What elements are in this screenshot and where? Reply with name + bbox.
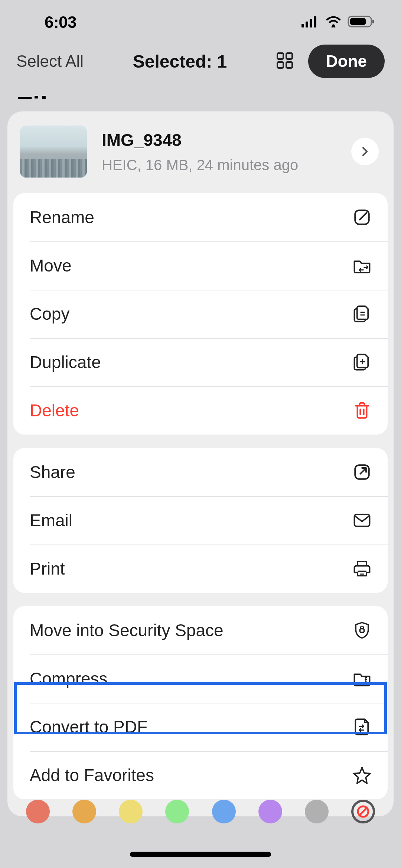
compress-row[interactable]: Compress	[13, 654, 388, 703]
wifi-icon	[325, 16, 342, 29]
share-row[interactable]: Share	[13, 448, 388, 496]
copy-doc-icon	[353, 305, 371, 323]
svg-line-17	[359, 808, 367, 815]
battery-icon	[348, 15, 375, 29]
tag-yellow[interactable]	[119, 800, 143, 823]
row-label: Move	[30, 256, 71, 276]
row-label: Convert to PDF	[30, 717, 147, 737]
svg-rect-10	[277, 62, 283, 68]
row-label: Rename	[30, 207, 94, 227]
status-bar: 6:03	[0, 0, 401, 37]
svg-rect-6	[350, 18, 366, 25]
trash-icon	[353, 401, 371, 420]
star-outline-icon	[353, 766, 371, 784]
svg-rect-8	[277, 53, 283, 59]
svg-point-4	[332, 25, 335, 27]
file-meta: HEIC, 16 MB, 24 minutes ago	[102, 157, 336, 173]
done-button[interactable]: Done	[308, 45, 385, 78]
row-label: Share	[30, 462, 75, 482]
email-row[interactable]: Email	[13, 496, 388, 544]
rename-icon	[353, 208, 371, 227]
row-label: Move into Security Space	[30, 620, 224, 640]
move-folder-icon	[353, 256, 371, 275]
home-indicator[interactable]	[130, 852, 271, 857]
tag-purple[interactable]	[258, 800, 282, 823]
row-label: Copy	[30, 304, 69, 324]
row-label: Email	[30, 510, 72, 530]
share-out-icon	[353, 463, 371, 481]
grid-toggle-icon[interactable]	[276, 52, 293, 71]
row-label: Delete	[30, 400, 79, 420]
security-space-row[interactable]: Move into Security Space	[13, 606, 388, 654]
move-row[interactable]: Move	[13, 241, 388, 290]
action-group-share: Share Email Print	[13, 448, 388, 593]
tag-green[interactable]	[165, 800, 189, 823]
svg-rect-14	[354, 514, 369, 526]
archive-icon	[353, 669, 371, 688]
rename-row[interactable]: Rename	[13, 193, 388, 241]
svg-rect-2	[310, 19, 312, 27]
row-label: Compress	[30, 669, 108, 689]
svg-rect-11	[286, 62, 292, 68]
svg-rect-1	[306, 22, 308, 27]
row-label: Print	[30, 559, 65, 579]
svg-rect-7	[372, 20, 374, 23]
printer-icon	[353, 559, 371, 578]
tag-gray[interactable]	[305, 800, 329, 823]
envelope-icon	[353, 511, 371, 530]
tag-red[interactable]	[26, 800, 50, 823]
tag-none[interactable]	[351, 800, 375, 823]
print-row[interactable]: Print	[13, 544, 388, 593]
tag-blue[interactable]	[212, 800, 236, 823]
status-time: 6:03	[45, 13, 76, 32]
tag-orange[interactable]	[72, 800, 96, 823]
convert-doc-icon	[353, 718, 371, 736]
details-button[interactable]	[351, 138, 379, 165]
copy-row[interactable]: Copy	[13, 290, 388, 338]
duplicate-doc-icon	[353, 353, 371, 371]
delete-row[interactable]: Delete	[13, 386, 388, 435]
action-group-file: Rename Move Copy Duplicate Delete	[13, 193, 388, 435]
duplicate-row[interactable]: Duplicate	[13, 338, 388, 386]
action-group-extra: Move into Security Space Compress Conver…	[13, 606, 388, 799]
svg-rect-3	[314, 16, 316, 27]
selection-count: Selected: 1	[133, 51, 227, 72]
svg-rect-9	[286, 53, 292, 59]
action-sheet: IMG_9348 HEIC, 16 MB, 24 minutes ago Ren…	[7, 111, 394, 816]
file-header[interactable]: IMG_9348 HEIC, 16 MB, 24 minutes ago	[7, 111, 394, 189]
cellular-icon	[301, 16, 319, 29]
convert-pdf-row[interactable]: Convert to PDF	[13, 703, 388, 751]
row-label: Add to Favorites	[30, 765, 154, 785]
select-all-button[interactable]: Select All	[16, 52, 84, 71]
shield-lock-icon	[353, 621, 371, 640]
tags-row	[0, 800, 401, 823]
svg-rect-0	[301, 24, 304, 27]
row-label: Duplicate	[30, 352, 101, 372]
file-thumbnail	[20, 126, 87, 178]
status-icons	[301, 15, 375, 29]
file-name: IMG_9348	[102, 130, 336, 150]
nav-bar: Select All Selected: 1 Done	[0, 37, 401, 82]
svg-rect-15	[360, 629, 364, 633]
favorites-row[interactable]: Add to Favorites	[13, 751, 388, 799]
